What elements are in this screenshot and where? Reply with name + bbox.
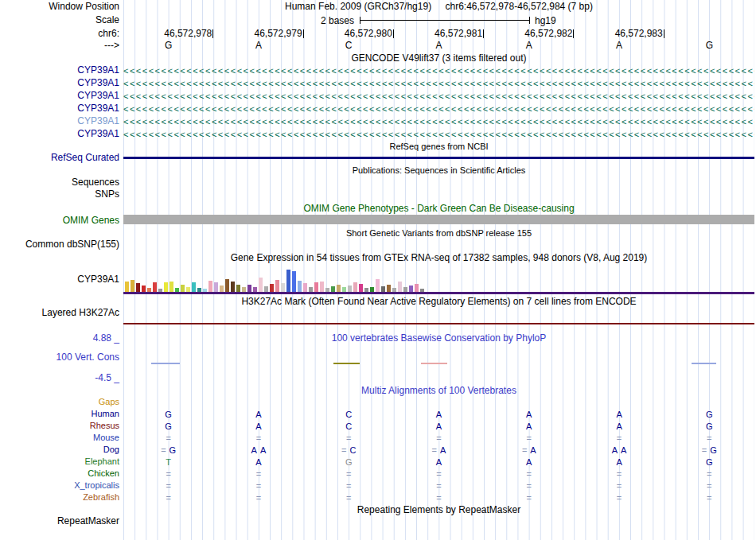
alignment-cell: = [574,468,664,480]
alignment-cell: A [574,456,664,468]
gtex-expression-bar[interactable] [320,282,324,292]
gtex-expression-bar[interactable] [142,286,146,292]
alignment-cell: = [394,468,484,480]
gtex-expression-bar[interactable] [381,286,385,292]
dbsnp-label[interactable]: Common dbSNP(155) [0,239,119,250]
omim-genes-label[interactable]: OMIM Genes [0,216,119,226]
gene-transcript-arrows[interactable]: <<<<<<<<<<<<<<<<<<<<<<<<<<<<<<<<<<<<<<<<… [123,65,754,76]
gencode-track-title: GENCODE V49lift37 (3 items filtered out) [123,53,754,64]
gtex-expression-bar[interactable] [353,282,357,292]
gene-transcript-arrows[interactable]: <<<<<<<<<<<<<<<<<<<<<<<<<<<<<<<<<<<<<<<<… [123,78,754,89]
h3k27ac-label[interactable]: Layered H3K27Ac [0,308,119,318]
gtex-expression-bar[interactable] [153,282,157,292]
gtex-expression-bar[interactable] [292,271,296,292]
gtex-expression-bar[interactable] [348,286,352,292]
gtex-expression-bar[interactable] [281,283,285,292]
gene-transcript-arrows[interactable]: <<<<<<<<<<<<<<<<<<<<<<<<<<<<<<<<<<<<<<<<… [123,116,754,127]
gtex-expression-bar[interactable] [359,284,363,292]
alignment-cell: = [304,468,394,480]
gaps-label[interactable]: Gaps [0,397,119,407]
gtex-expression-bar[interactable] [415,284,419,292]
refseq-curated-label[interactable]: RefSeq Curated [0,153,119,163]
sequences-label[interactable]: Sequences [0,177,119,188]
gtex-expression-bar[interactable] [136,283,140,292]
species-label[interactable]: Zebrafish [0,492,119,503]
alignment-cell: A [213,456,303,468]
gtex-expression-bar[interactable] [398,282,402,292]
gtex-expression-bar[interactable] [264,286,268,292]
gtex-expression-bar[interactable] [181,285,185,292]
gtex-expression-bar[interactable] [164,282,168,292]
gtex-expression-bar[interactable] [208,281,212,292]
alignment-gap: = [166,493,170,503]
h3k27ac-item[interactable] [123,323,754,324]
species-label[interactable]: Mouse [0,433,119,443]
alignment-cell: AA [574,445,664,456]
gene-label[interactable]: CYP39A1 [0,78,119,88]
species-label[interactable]: Dog [0,445,119,455]
alignment-base: A [526,422,532,431]
conservation-label[interactable]: 100 Vert. Cons [0,352,119,363]
gene-label[interactable]: CYP39A1 [0,116,119,126]
alignment-base: C [345,410,352,419]
gtex-expression-bar[interactable] [220,286,224,292]
gene-label[interactable]: CYP39A1 [0,129,119,139]
gtex-expression-bar[interactable] [337,285,341,292]
alignment-cell: = [664,492,754,504]
gtex-baseline[interactable] [123,292,754,294]
gtex-expression-bar[interactable] [270,284,274,292]
omim-track-title: OMIM Gene Phenotypes - Dark Green Can Be… [123,204,754,214]
gtex-expression-bar[interactable] [409,286,413,292]
gtex-expression-bar[interactable] [247,285,251,292]
ruler-coordinate-value: 46,572,982 [524,28,572,39]
species-label[interactable]: Human [0,409,119,419]
gtex-expression-bar[interactable] [298,281,302,292]
alignment-cell: = [484,433,574,445]
alignment-cell: A [213,409,303,421]
gtex-expression-bar[interactable] [214,282,218,292]
gene-transcript-arrows[interactable]: <<<<<<<<<<<<<<<<<<<<<<<<<<<<<<<<<<<<<<<<… [123,103,754,115]
gene-label[interactable]: CYP39A1 [0,103,119,114]
gtex-expression-bar[interactable] [170,282,173,292]
gtex-gene-label[interactable]: CYP39A1 [0,274,119,285]
gtex-expression-bar[interactable] [314,282,318,292]
gtex-expression-bar[interactable] [303,283,307,292]
gtex-expression-bar[interactable] [125,282,129,292]
gtex-expression-bar[interactable] [259,278,263,292]
alignment-cell: G [123,421,213,433]
alignment-gap: = [256,481,261,491]
gtex-expression-bar[interactable] [231,282,235,292]
gene-transcript-arrows[interactable]: <<<<<<<<<<<<<<<<<<<<<<<<<<<<<<<<<<<<<<<<… [123,129,754,140]
alignment-gap: = [432,445,437,455]
species-label[interactable]: X_tropicalis [0,480,119,491]
chromosome-label: chr6: [0,29,119,39]
gene-label[interactable]: CYP39A1 [0,91,119,101]
gtex-expression-bar[interactable] [376,279,380,292]
species-label[interactable]: Chicken [0,468,119,479]
gtex-expression-bar[interactable] [331,286,335,292]
alignment-gap: = [166,433,170,443]
alignment-base: A [251,445,257,455]
gtex-expression-bar[interactable] [192,282,196,292]
gene-label[interactable]: CYP39A1 [0,65,119,76]
alignment-cell: T [123,456,213,468]
species-label[interactable]: Rhesus [0,421,119,431]
species-label[interactable]: Elephant [0,456,119,467]
alignment-row: ======= [123,433,754,445]
gtex-expression-bar[interactable] [275,280,279,292]
snps-label[interactable]: SNPs [0,189,119,200]
repeatmasker-label[interactable]: RepeatMasker [0,516,119,526]
gene-transcript-arrows[interactable]: <<<<<<<<<<<<<<<<<<<<<<<<<<<<<<<<<<<<<<<<… [123,91,754,102]
omim-genes-item[interactable] [123,215,754,224]
gtex-expression-bar[interactable] [286,270,290,292]
alignment-gap: = [341,445,346,455]
alignment-cell: AA [213,445,303,456]
gtex-expression-bar[interactable] [236,285,240,292]
refseq-curated-item[interactable] [123,157,754,159]
alignment-cell: A [484,456,574,468]
gtex-expression-bar[interactable] [225,279,229,292]
gtex-expression-bar[interactable] [387,285,391,292]
alignment-base: A [526,410,532,419]
alignment-cell: = [213,433,303,445]
gtex-expression-bar[interactable] [131,280,134,292]
